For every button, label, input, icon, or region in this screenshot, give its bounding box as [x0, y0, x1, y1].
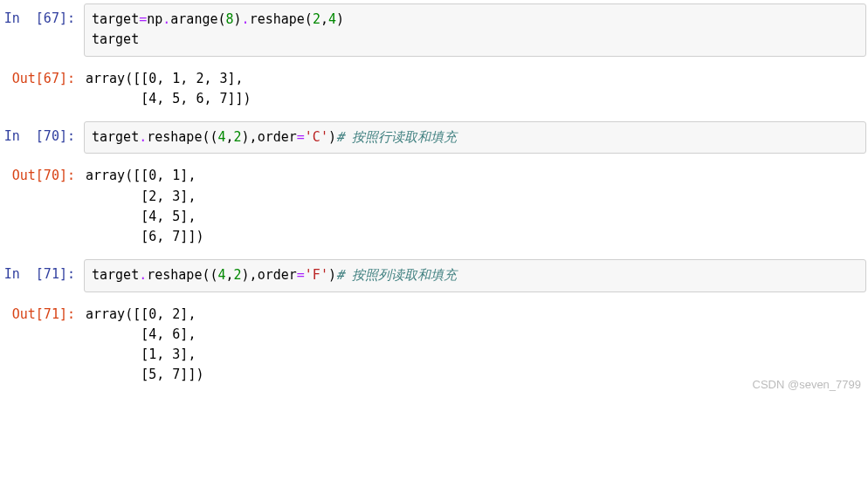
code-token: order: [258, 129, 297, 145]
code-token: target: [92, 31, 139, 47]
output-cell: Out[67]:array([[0, 1, 2, 3], [4, 5, 6, 7…: [0, 69, 868, 110]
code-token: ): [328, 267, 336, 283]
code-output: array([[0, 1, 2, 3], [4, 5, 6, 7]]): [84, 69, 868, 110]
code-output: array([[0, 1], [2, 3], [4, 5], [6, 7]]): [84, 166, 868, 247]
code-token: .: [139, 129, 147, 145]
code-input[interactable]: target.reshape((4,2),order='C')# 按照行读取和填…: [84, 121, 866, 154]
code-token: 'F': [305, 267, 328, 283]
out-prompt: Out[70]:: [0, 166, 84, 247]
code-token: 2: [234, 267, 242, 283]
notebook-container: In [67]:target=np.arange(8).reshape(2,4)…: [0, 3, 868, 386]
code-token: 4: [218, 129, 226, 145]
code-token: =: [139, 11, 147, 27]
output-cell: Out[71]:array([[0, 2], [4, 6], [1, 3], […: [0, 305, 868, 386]
code-input[interactable]: target=np.arange(8).reshape(2,4) target: [84, 3, 866, 57]
watermark-text: CSDN @seven_7799: [753, 376, 861, 394]
code-token: ): [336, 11, 344, 27]
code-token: ),: [242, 129, 258, 145]
code-output: array([[0, 2], [4, 6], [1, 3], [5, 7]]): [84, 305, 868, 386]
code-token: target: [92, 129, 139, 145]
code-token: ((: [202, 267, 217, 283]
in-prompt: In [67]:: [0, 3, 84, 57]
code-token: (: [305, 11, 313, 27]
code-token: 4: [218, 267, 226, 283]
code-token: ): [234, 11, 242, 27]
input-cell: In [70]:target.reshape((4,2),order='C')#…: [0, 121, 868, 154]
code-token: ,: [226, 129, 234, 145]
code-token: target: [92, 11, 139, 27]
code-token: 4: [328, 11, 336, 27]
code-token: ),: [242, 267, 258, 283]
code-token: ,: [226, 267, 234, 283]
code-token: target: [92, 267, 139, 283]
code-token: arange: [170, 11, 217, 27]
code-token: reshape: [147, 267, 202, 283]
output-cell: Out[70]:array([[0, 1], [2, 3], [4, 5], […: [0, 166, 868, 247]
code-token: 2: [313, 11, 320, 27]
code-token: 'C': [305, 129, 328, 145]
out-prompt: Out[67]:: [0, 69, 84, 110]
code-input[interactable]: target.reshape((4,2),order='F')# 按照列读取和填…: [84, 259, 866, 292]
code-token: np: [147, 11, 162, 27]
code-token: 2: [234, 129, 242, 145]
code-token: # 按照行读取和填充: [336, 129, 457, 145]
in-prompt: In [71]:: [0, 259, 84, 292]
code-token: =: [297, 129, 305, 145]
code-token: =: [297, 267, 305, 283]
input-cell: In [67]:target=np.arange(8).reshape(2,4)…: [0, 3, 868, 57]
code-token: order: [258, 267, 297, 283]
code-token: ,: [320, 11, 328, 27]
code-token: 8: [226, 11, 234, 27]
in-prompt: In [70]:: [0, 121, 84, 154]
out-prompt: Out[71]:: [0, 305, 84, 386]
code-token: .: [162, 11, 170, 27]
code-token: reshape: [250, 11, 305, 27]
input-cell: In [71]:target.reshape((4,2),order='F')#…: [0, 259, 868, 292]
code-token: # 按照列读取和填充: [336, 267, 457, 283]
code-token: ): [328, 129, 336, 145]
code-token: .: [139, 267, 147, 283]
code-token: (: [218, 11, 226, 27]
code-token: .: [242, 11, 250, 27]
code-token: ((: [202, 129, 217, 145]
code-token: reshape: [147, 129, 202, 145]
